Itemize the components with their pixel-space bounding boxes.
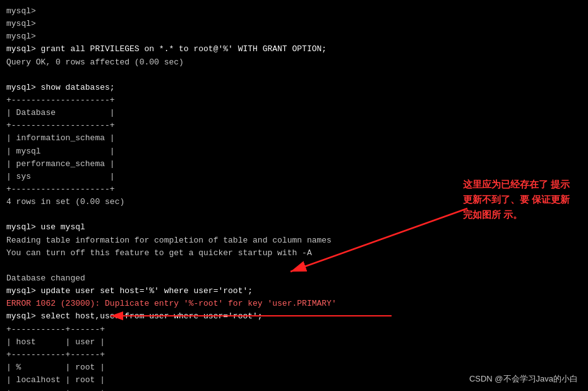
host-table-header: | host | user |: [6, 336, 582, 349]
line-turnoff: You can turn off this feature to get a q…: [6, 247, 582, 260]
host-table-top: +-----------+------+: [6, 323, 582, 336]
line-error: ERROR 1062 (23000): Duplicate entry '%-r…: [6, 298, 582, 310]
host-table-bottom: +-----------+------+: [6, 387, 582, 391]
db-info-schema: | information_schema |: [6, 132, 582, 145]
db-mysql: | mysql |: [6, 145, 582, 158]
db-perf-schema: | performance_schema |: [6, 158, 582, 171]
line-show-db: mysql> show databases;: [6, 81, 582, 94]
line-db-changed: Database changed: [6, 272, 582, 285]
blank-1: [6, 69, 582, 81]
line-select: mysql> select host,user from user where …: [6, 310, 582, 323]
annotation-text: 这里应为已经存在了 提示更新不到了、要 保证更新完如图所 示。: [463, 177, 577, 222]
line-grant: mysql> grant all PRIVILEGES on *.* to ro…: [6, 43, 582, 56]
line-reading: Reading table information for completion…: [6, 234, 582, 247]
line-query-ok: Query OK, 0 rows affected (0.00 sec): [6, 56, 582, 69]
host-row-percent: | % | root |: [6, 361, 582, 374]
blank-3: [6, 260, 582, 272]
terminal: mysql> mysql> mysql> mysql> grant all PR…: [0, 0, 588, 391]
annotation-box: 这里应为已经存在了 提示更新不到了、要 保证更新完如图所 示。: [463, 177, 577, 222]
table-header: | Database |: [6, 107, 582, 119]
line-3: mysql>: [6, 30, 582, 43]
watermark: CSDN @不会学习Java的小白: [469, 373, 578, 385]
line-use-mysql: mysql> use mysql: [6, 221, 582, 234]
host-table-sep: +-----------+------+: [6, 349, 582, 361]
table-sep: +--------------------+: [6, 119, 582, 132]
line-update: mysql> update user set host='%' where us…: [6, 285, 582, 298]
line-2: mysql>: [6, 18, 582, 30]
table-top: +--------------------+: [6, 94, 582, 107]
line-1: mysql>: [6, 5, 582, 18]
